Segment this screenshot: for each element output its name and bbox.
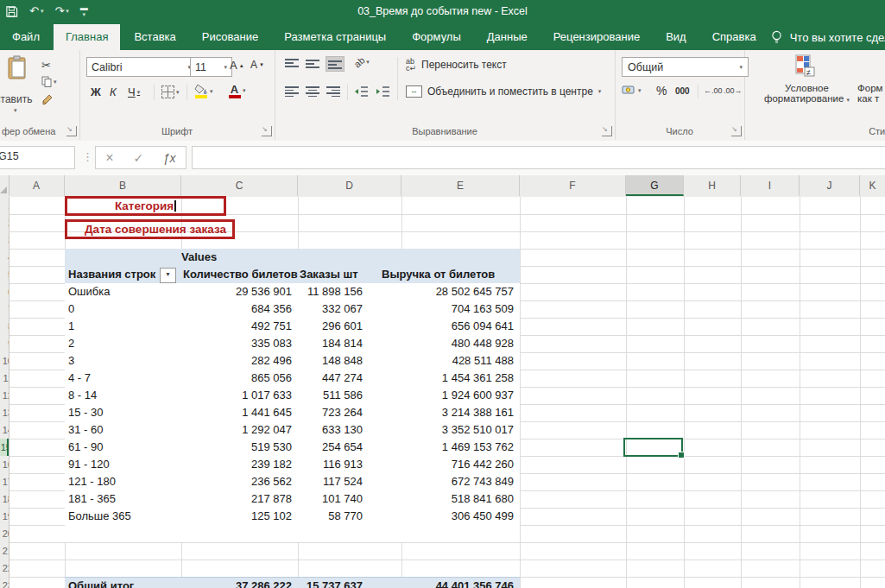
row-header-5[interactable]: 5 [0, 266, 9, 283]
row-header-11[interactable]: 11 [0, 370, 9, 387]
pivot-data-row: 1492 751296 601656 094 641 [65, 318, 520, 335]
formula-bar-splitter[interactable]: ⋮ [82, 150, 93, 163]
decrease-decimal-button[interactable]: .00→ [724, 86, 743, 95]
tab-Справка[interactable]: Справка [700, 24, 768, 50]
align-right-button[interactable] [326, 86, 340, 97]
tab-Главная[interactable]: Главная [54, 24, 120, 50]
tab-Файл[interactable]: Файл [0, 24, 52, 50]
tab-Данные[interactable]: Данные [475, 24, 540, 50]
tab-Вставка[interactable]: Вставка [122, 24, 187, 50]
chevron-down-icon: ▾ [137, 89, 141, 96]
insert-function-button[interactable]: ƒx [163, 151, 176, 165]
column-header-E[interactable]: E [401, 175, 520, 196]
increase-indent-button[interactable] [376, 86, 390, 97]
tab-Разметка страницы[interactable]: Разметка страницы [272, 24, 398, 50]
cut-button[interactable]: ✂ [41, 59, 51, 72]
font-size-select[interactable]: 11 ▾ [190, 57, 232, 77]
enter-button[interactable]: ✓ [133, 151, 143, 165]
align-top-button[interactable] [285, 59, 299, 69]
bold-button[interactable]: Ж [91, 85, 101, 98]
column-header-D[interactable]: D [298, 175, 401, 196]
row-header-9[interactable]: 9 [0, 335, 9, 352]
align-center-button[interactable] [306, 86, 319, 97]
conditional-formatting-button[interactable]: ≠ [794, 54, 815, 77]
align-left-button[interactable] [285, 86, 299, 97]
row-header-13[interactable]: 13 [0, 404, 9, 421]
tab-Рецензирование[interactable]: Рецензирование [541, 24, 652, 50]
row-header-14[interactable]: 14 [0, 421, 9, 439]
orientation-button[interactable]: ab▾ [354, 57, 370, 67]
row-header-10[interactable]: 10 [0, 352, 9, 370]
sheet-grid[interactable]: 1234567891011121314151617181920212223 Va… [0, 197, 885, 588]
row-header-22[interactable]: 22 [0, 560, 9, 577]
decrease-font-button[interactable]: A▼ [250, 59, 264, 71]
italic-button[interactable]: К [110, 85, 117, 98]
column-header-A[interactable]: A [9, 175, 65, 196]
row-header-19[interactable]: 19 [0, 508, 9, 525]
row-header-15[interactable]: 15 [0, 439, 9, 456]
wrap-text-button[interactable]: abc↵ Переносить текст [406, 58, 507, 72]
tab-Рисование[interactable]: Рисование [190, 24, 270, 50]
pivot-value: 239 182 [251, 456, 292, 473]
align-middle-button[interactable] [306, 59, 319, 69]
alignment-dialog-launcher[interactable] [602, 126, 612, 136]
pivot-col-header-2: Заказы шт [300, 266, 358, 283]
row-header-23[interactable]: 23 [0, 577, 9, 588]
fill-handle[interactable] [678, 452, 685, 458]
row-header-20[interactable]: 20 [0, 525, 9, 542]
format-as-table-label[interactable]: Форм как т [857, 83, 885, 104]
row-header-7[interactable]: 7 [0, 300, 9, 318]
row-header-2[interactable]: 2 [0, 214, 9, 231]
font-name-select[interactable]: Calibri ▾ [86, 57, 196, 77]
percent-style-button[interactable]: % [656, 84, 667, 98]
row-header-12[interactable]: 12 [0, 387, 9, 404]
comma-style-button[interactable]: 000 [675, 86, 690, 96]
selected-cell-G15[interactable] [623, 438, 683, 457]
paste-button[interactable] [7, 55, 28, 79]
column-header-B[interactable]: B [65, 175, 181, 196]
fill-color-button[interactable]: ▾ [194, 84, 213, 98]
font-color-button[interactable]: А ▾ [228, 83, 246, 98]
row-header-4[interactable]: 4 [0, 249, 9, 266]
row-header-3[interactable]: 3 [0, 231, 9, 249]
column-header-K[interactable]: K [860, 175, 885, 196]
copy-button[interactable]: ▾ [41, 76, 57, 87]
increase-font-button[interactable]: A▲ [230, 59, 244, 72]
column-header-C[interactable]: C [181, 175, 298, 196]
formula-input[interactable] [192, 146, 885, 169]
row-header-1[interactable]: 1 [0, 197, 9, 214]
column-header-G[interactable]: G [626, 175, 684, 196]
number-format-select[interactable]: Общий ▾ [622, 57, 749, 77]
increase-decimal-button[interactable]: ←.00 [704, 86, 723, 95]
number-dialog-launcher[interactable] [731, 126, 742, 136]
column-header-F[interactable]: F [520, 175, 626, 196]
tab-Вид[interactable]: Вид [654, 24, 699, 50]
row-header-21[interactable]: 21 [0, 542, 9, 560]
align-bottom-button[interactable] [326, 57, 344, 71]
tab-Формулы[interactable]: Формулы [400, 24, 473, 50]
format-painter-button[interactable] [41, 93, 54, 105]
row-header-17[interactable]: 17 [0, 473, 9, 490]
accounting-format-button[interactable]: ▾ [622, 85, 642, 96]
paste-dropdown[interactable]: ▾ [14, 107, 17, 114]
font-group: Calibri ▾ 11 ▾ A▲ A▼ Ж К Ч▾ ▾ ▾ [79, 50, 275, 140]
decrease-indent-button[interactable] [354, 86, 369, 97]
cancel-button[interactable]: × [105, 150, 113, 166]
row-header-6[interactable]: 6 [0, 283, 9, 300]
pivot-value: 492 751 [251, 318, 292, 335]
column-header-I[interactable]: I [741, 175, 800, 196]
pivot-value: 447 274 [322, 370, 363, 387]
pivot-filter-dropdown[interactable]: ▼ [160, 268, 176, 283]
row-header-18[interactable]: 18 [0, 490, 9, 508]
clipboard-dialog-launcher[interactable] [66, 126, 77, 136]
borders-button[interactable]: ▾ [161, 85, 180, 98]
underline-button[interactable]: Ч▾ [128, 85, 140, 98]
column-header-J[interactable]: J [800, 175, 860, 196]
row-header-16[interactable]: 16 [0, 456, 9, 473]
name-box[interactable]: G15 ▾ [0, 146, 75, 169]
tell-me-search[interactable]: Что вы хотите сделать? [770, 24, 885, 50]
row-header-8[interactable]: 8 [0, 318, 9, 335]
column-header-H[interactable]: H [684, 175, 741, 196]
font-dialog-launcher[interactable] [262, 126, 272, 136]
merge-center-button[interactable]: ↔ Объединить и поместить в центре ▾ [406, 85, 601, 98]
